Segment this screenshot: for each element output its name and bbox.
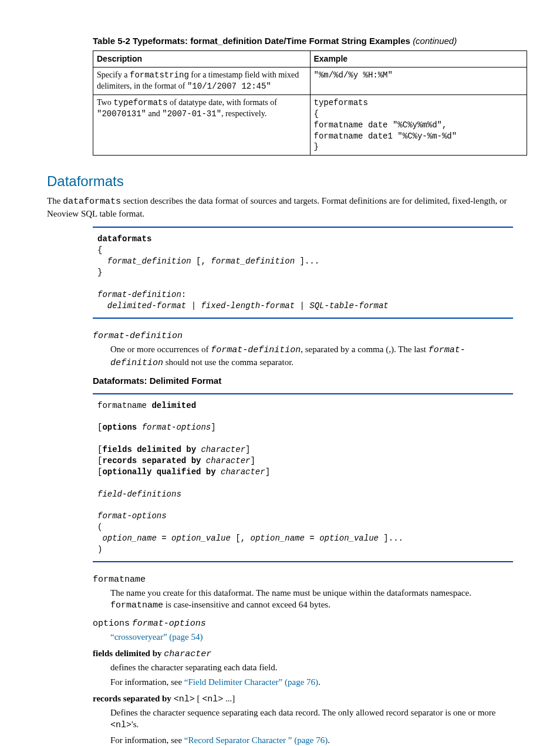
link-crossoveryear[interactable]: “crossoveryear” (page 54): [110, 632, 203, 642]
subheading-delimited-format: Dataformats: Delimited Format: [93, 375, 513, 387]
def-fields-delimited-by-b: For information, see “Field Delimiter Ch…: [110, 676, 513, 688]
th-example: Example: [310, 51, 527, 67]
table-row: Two typeformats of datatype date, with f…: [93, 94, 527, 155]
syntax-box-dataformats: dataformats { format_definition [, forma…: [93, 227, 513, 318]
def-formatname: The name you create for this dataformat.…: [110, 587, 513, 612]
cell-description: Two typeformats of datatype date, with f…: [93, 94, 311, 155]
def-fields-delimited-by-a: defines the character separating each da…: [110, 661, 513, 673]
def-records-separated-by-b: For information, see “Record Separator C…: [110, 734, 513, 746]
table-caption-continued: (continued): [413, 36, 457, 46]
table-caption-text: Table 5-2 Typeformats: format_definition…: [93, 36, 410, 46]
table-header-row: Description Example: [93, 51, 527, 67]
cell-example: typeformats { formatname date "%C%y%m%d"…: [310, 94, 527, 155]
term-format-definition: format-definition: [93, 329, 513, 342]
term-records-separated-by: records separated by <nl> [ <nl> ...]: [93, 693, 513, 706]
cell-example: "%m/%d/%y %H:%M": [310, 67, 527, 95]
table-row: Specify a formatstring for a timestamp f…: [93, 67, 527, 95]
dataformats-intro: The dataformats section describes the da…: [47, 195, 513, 220]
table-caption: Table 5-2 Typeformats: format_definition…: [93, 35, 513, 47]
syntax-box-delimited: formatname delimited [options format-opt…: [93, 393, 513, 562]
section-heading-dataformats: Dataformats: [47, 172, 513, 191]
def-format-definition: One or more occurrences of format-defini…: [110, 343, 513, 370]
cell-description: Specify a formatstring for a timestamp f…: [93, 67, 311, 95]
link-field-delimiter-character[interactable]: “Field Delimiter Character” (page 76): [184, 677, 318, 687]
th-description: Description: [93, 51, 311, 67]
def-options: “crossoveryear” (page 54): [110, 631, 513, 643]
def-records-separated-by-a: Defines the character sequence separatin…: [110, 707, 513, 732]
term-formatname: formatname: [93, 573, 513, 586]
typeformats-examples-table: Description Example Specify a formatstri…: [93, 50, 527, 156]
term-options: options format-options: [93, 617, 513, 630]
term-fields-delimited-by: fields delimited by character: [93, 647, 513, 660]
link-record-separator-character[interactable]: “Record Separator Character ” (page 76): [184, 735, 328, 745]
